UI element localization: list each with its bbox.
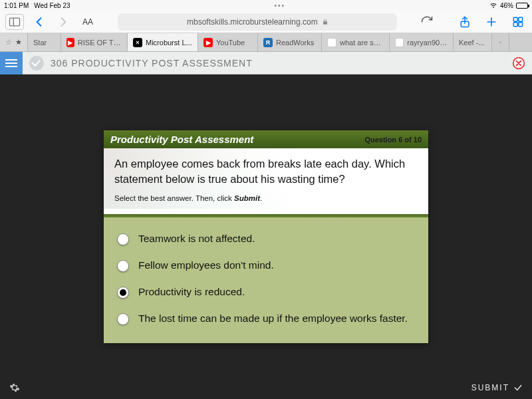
question-area: An employee comes back from breaks late … <box>104 148 428 209</box>
readworks-icon: R <box>263 38 273 47</box>
radio-icon-selected <box>117 287 129 299</box>
tabs-overview-button[interactable] <box>509 13 527 31</box>
tab-google-1[interactable]: Gwhat are so... <box>322 33 390 51</box>
ipad-status-bar: 1:01 PM Wed Feb 23 ••• 46% <box>0 0 532 11</box>
svg-rect-5 <box>513 17 517 21</box>
star-filled-icon: ★ <box>15 38 22 47</box>
new-tab-button[interactable] <box>483 13 500 31</box>
svg-rect-8 <box>519 22 523 26</box>
tab-overflow[interactable] <box>492 33 509 51</box>
course-title: 306 PRODUCTIVITY POST ASSESSMENT <box>51 58 253 68</box>
content-stage: Productivity Post Assessment Question 6 … <box>0 74 532 399</box>
answer-text: Teamwork is not affected. <box>138 232 255 245</box>
quiz-header: Productivity Post Assessment Question 6 … <box>104 130 428 148</box>
answers-list: Teamwork is not affected. Fellow employe… <box>104 217 428 343</box>
reload-button[interactable] <box>418 13 436 31</box>
text-size-button[interactable]: AA <box>78 17 97 27</box>
answer-option-4[interactable]: The lost time can be made up if the empl… <box>117 312 415 325</box>
tab-youtube[interactable]: ▶YouTube <box>198 33 258 51</box>
youtube-icon: ▶ <box>203 38 213 47</box>
quiz-card: Productivity Post Assessment Question 6 … <box>104 130 428 342</box>
close-button[interactable] <box>512 57 525 70</box>
answer-option-1[interactable]: Teamwork is not affected. <box>117 232 415 245</box>
question-progress: Question 6 of 10 <box>364 136 422 144</box>
battery-percent: 46% <box>500 2 513 9</box>
status-date: Wed Feb 23 <box>34 2 70 9</box>
back-button[interactable] <box>31 13 48 31</box>
favorites-tab[interactable]: ☆ ★ <box>0 33 28 51</box>
tab-rise[interactable]: ▶RISE OF THE... <box>61 33 128 51</box>
tab-microburst[interactable]: ×Microburst L... <box>128 33 198 51</box>
player-bottom-bar: SUBMIT <box>0 376 532 399</box>
youtube-icon: ▶ <box>66 38 74 47</box>
answer-option-3[interactable]: Productivity is reduced. <box>117 285 415 299</box>
star-outline-icon: ☆ <box>5 38 12 47</box>
progress-check-icon <box>29 56 44 70</box>
radio-icon <box>117 313 129 325</box>
answer-text: Productivity is reduced. <box>138 285 245 299</box>
url-text: mbsoftskills.microburstelearning.com <box>187 17 318 27</box>
multitask-dots[interactable]: ••• <box>70 2 489 9</box>
sidebar-toggle-icon[interactable] <box>5 14 24 30</box>
safari-toolbar: AA mbsoftskills.microburstelearning.com <box>0 11 532 33</box>
battery-icon <box>516 3 528 9</box>
tab-google-2[interactable]: Grayryan90 -... <box>390 33 454 51</box>
forward-button <box>55 13 72 31</box>
course-header: 306 PRODUCTIVITY POST ASSESSMENT <box>0 52 532 74</box>
wifi-icon <box>489 1 497 10</box>
tab-star[interactable]: Star <box>28 33 61 51</box>
status-time: 1:01 PM <box>4 2 29 9</box>
check-icon <box>513 383 523 392</box>
submit-button[interactable]: SUBMIT <box>471 383 523 392</box>
svg-rect-0 <box>10 18 20 26</box>
answer-option-2[interactable]: Fellow employees don't mind. <box>117 259 415 272</box>
tab-keef[interactable]: Keef -... <box>454 33 492 51</box>
quiz-title: Productivity Post Assessment <box>110 134 253 145</box>
question-text: An employee comes back from breaks late … <box>114 156 418 186</box>
svg-rect-7 <box>513 22 517 26</box>
share-button[interactable] <box>456 13 473 31</box>
google-icon: G <box>327 38 336 47</box>
instruction-text: Select the best answer. Then, click Subm… <box>114 194 418 202</box>
answer-text: Fellow employees don't mind. <box>138 259 274 272</box>
lock-icon <box>322 19 329 25</box>
radio-icon <box>117 233 129 245</box>
menu-button[interactable] <box>0 52 23 74</box>
radio-icon <box>117 260 129 272</box>
answer-text: The lost time can be made up if the empl… <box>138 312 408 325</box>
tab-readworks[interactable]: RReadWorks <box>258 33 322 51</box>
submit-label: SUBMIT <box>471 383 509 392</box>
google-icon: G <box>395 38 404 47</box>
address-bar[interactable]: mbsoftskills.microburstelearning.com <box>118 13 397 31</box>
site-icon: × <box>133 38 142 47</box>
settings-icon[interactable] <box>9 382 20 393</box>
svg-rect-6 <box>519 17 523 21</box>
tab-strip: ☆ ★ Star ▶RISE OF THE... ×Microburst L..… <box>0 33 532 52</box>
